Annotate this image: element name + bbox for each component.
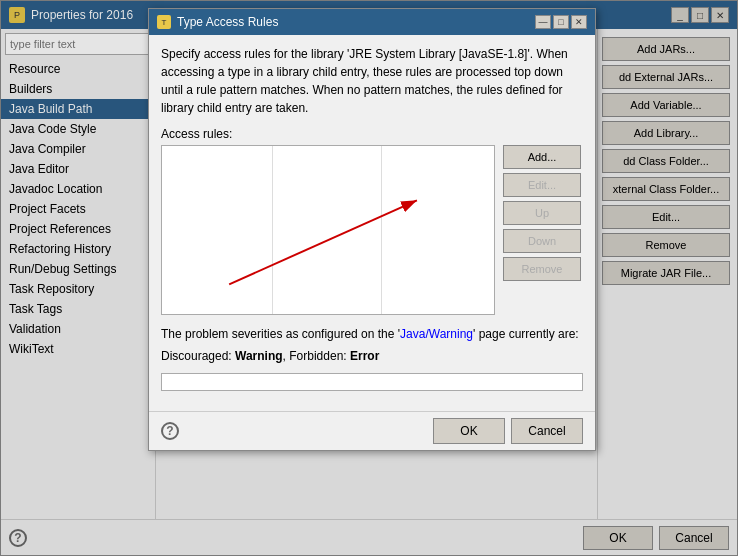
modal-footer: ? OK Cancel xyxy=(149,411,595,450)
modal-severity-warning: Warning xyxy=(235,349,283,363)
modal-add-button[interactable]: Add... xyxy=(503,145,581,169)
svg-line-1 xyxy=(229,200,417,284)
modal-body: Specify access rules for the library 'JR… xyxy=(149,35,595,411)
modal-titlebar-controls: — □ ✕ xyxy=(535,15,587,29)
modal-severity-text: Discouraged: Warning, Forbidden: Error xyxy=(161,349,583,363)
modal-content-area: Add... Edit... Up Down Remove xyxy=(161,145,583,315)
modal-problem-link[interactable]: Java/Warning xyxy=(400,327,473,341)
modal-up-button[interactable]: Up xyxy=(503,201,581,225)
access-rules-table[interactable] xyxy=(161,145,495,315)
modal-dialog: T Type Access Rules — □ ✕ Specify access… xyxy=(148,8,596,451)
modal-cancel-button[interactable]: Cancel xyxy=(511,418,583,444)
modal-progress-bar xyxy=(161,373,583,391)
modal-side-buttons: Add... Edit... Up Down Remove xyxy=(503,145,583,315)
modal-description: Specify access rules for the library 'JR… xyxy=(161,45,583,117)
modal-maximize-button[interactable]: □ xyxy=(553,15,569,29)
modal-help-button[interactable]: ? xyxy=(161,422,179,440)
modal-access-label: Access rules: xyxy=(161,127,583,141)
modal-remove-button[interactable]: Remove xyxy=(503,257,581,281)
modal-ok-button[interactable]: OK xyxy=(433,418,505,444)
modal-down-button[interactable]: Down xyxy=(503,229,581,253)
modal-problem-text: The problem severities as configured on … xyxy=(161,325,583,343)
modal-minimize-button[interactable]: — xyxy=(535,15,551,29)
modal-titlebar: T Type Access Rules — □ ✕ xyxy=(149,9,595,35)
modal-title: Type Access Rules xyxy=(177,15,535,29)
modal-close-button[interactable]: ✕ xyxy=(571,15,587,29)
modal-edit-button[interactable]: Edit... xyxy=(503,173,581,197)
modal-title-icon: T xyxy=(157,15,171,29)
access-rules-arrow-canvas xyxy=(162,146,494,314)
modal-severity-error: Error xyxy=(350,349,379,363)
